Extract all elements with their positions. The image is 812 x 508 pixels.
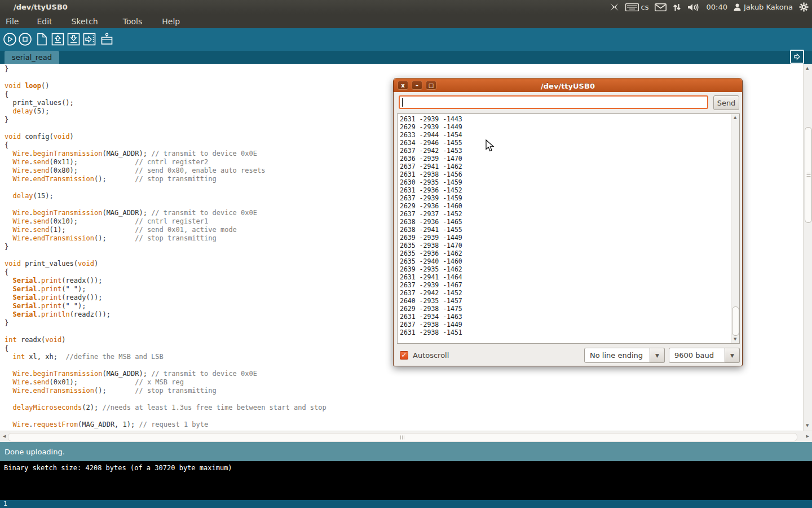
keyboard-layout-icon[interactable]: cs	[625, 3, 649, 11]
menu-tools[interactable]: Tools	[117, 15, 149, 28]
code-line: int readx(void)	[5, 336, 326, 344]
serial-line: 2635 -2936 -1462	[400, 249, 462, 257]
code-line: Wire.send(0x01); // x MSB reg	[5, 378, 326, 387]
send-button[interactable]: Send	[713, 95, 739, 110]
clock-label[interactable]: 00:40	[706, 3, 727, 11]
code-line	[5, 183, 326, 192]
code-line: int xl, xh; //define the MSB and LSB	[5, 353, 326, 361]
toolbar	[0, 28, 812, 51]
scroll-left-icon[interactable]: ◀	[3, 435, 6, 439]
window-title: /dev/ttyUSB0	[14, 3, 68, 11]
keyboard-layout-label: cs	[641, 3, 649, 11]
serial-line: 2631 -2939 -1443	[400, 115, 462, 123]
serial-line: 2631 -2938 -1456	[400, 170, 462, 178]
new-sketch-button[interactable]	[35, 32, 49, 46]
scroll-down-icon[interactable]: ▼	[806, 424, 809, 428]
serial-line: 2631 -2938 -1451	[400, 329, 462, 336]
verify-button[interactable]	[3, 32, 17, 46]
menu-edit[interactable]: Edit	[30, 15, 58, 28]
maximize-button[interactable]: □	[426, 81, 436, 90]
code-line: delay(5);	[5, 107, 326, 116]
line-ending-select[interactable]: No line ending ▼	[584, 348, 665, 363]
arrow-right-icon	[793, 53, 801, 60]
code-line: print_values();	[5, 99, 326, 107]
mouse-cursor	[486, 139, 495, 155]
serial-scroll-thumb[interactable]	[732, 306, 739, 336]
code-line: void print_values(void)	[5, 260, 326, 268]
save-sketch-button[interactable]	[67, 32, 81, 46]
code-line: Wire.beginTransmission(MAG_ADDR); // tra…	[5, 370, 326, 378]
line-ending-value: No line ending	[584, 348, 650, 363]
tab-serial-read[interactable]: serial_read	[5, 51, 59, 64]
serial-input-field[interactable]	[399, 95, 708, 109]
code-line	[5, 361, 326, 370]
open-sketch-button[interactable]	[51, 32, 65, 46]
serial-output-area[interactable]: 2631 -2939 -14432629 -2939 -14492633 -29…	[397, 113, 740, 344]
code-line: Wire.send(0x80); // send 0x80, enable au…	[5, 167, 326, 175]
editor-vertical-scrollbar[interactable]: ▲ ▼	[803, 64, 812, 431]
code-line: Wire.endTransmission(); // stop transmit…	[5, 175, 326, 183]
tab-strip: serial_read	[0, 51, 812, 64]
scroll-up-icon[interactable]: ▲	[806, 67, 809, 71]
serial-line: 2634 -2946 -1455	[400, 139, 462, 147]
serial-monitor-button[interactable]	[100, 32, 114, 46]
scroll-right-icon[interactable]: ▶	[806, 435, 809, 439]
code-line: delay(15);	[5, 192, 326, 200]
console-output: Binary sketch size: 4208 bytes (of a 307…	[4, 464, 232, 472]
tray-app-icon[interactable]	[610, 2, 619, 12]
tab-label: serial_read	[12, 53, 52, 62]
serial-line: 2629 -2938 -1475	[400, 305, 462, 313]
code-line: Wire.requestFrom(MAG_ADDR, 1); // reques…	[5, 421, 326, 429]
serial-line: 2633 -2944 -1454	[400, 131, 462, 139]
serial-monitor-window: /dev/ttyUSB0 x – □ Send 2631 -2939 -1443…	[393, 78, 743, 366]
serial-scroll-up-icon[interactable]: ▲	[734, 116, 736, 120]
serial-line: 2638 -2936 -1465	[400, 218, 462, 226]
code-line	[5, 73, 326, 82]
serial-line: 2637 -2941 -1462	[400, 163, 462, 170]
tab-menu-arrow-button[interactable]	[790, 50, 804, 64]
serial-scroll-down-icon[interactable]: ▼	[734, 338, 736, 341]
close-button[interactable]: x	[398, 81, 408, 90]
send-button-label: Send	[717, 99, 736, 107]
mail-icon[interactable]	[655, 3, 667, 11]
baud-rate-select[interactable]: 9600 baud ▼	[669, 348, 740, 363]
chevron-down-icon[interactable]: ▼	[725, 348, 740, 363]
code-line: Wire.send(0x11); // cntrl register2	[5, 158, 326, 167]
serial-line: 2637 -2942 -1452	[400, 289, 462, 297]
code-line: void config(void)	[5, 133, 326, 141]
code-text: } void loop(){ print_values(); delay(5);…	[5, 65, 326, 429]
user-indicator[interactable]: Jakub Kakona	[734, 3, 793, 11]
minimize-button[interactable]: –	[412, 81, 422, 90]
menu-sketch[interactable]: Sketch	[65, 15, 104, 28]
upload-button[interactable]	[82, 32, 96, 46]
volume-icon[interactable]	[687, 3, 700, 12]
code-line	[5, 327, 326, 336]
session-gear-icon[interactable]	[799, 2, 809, 12]
editor-hscroll-thumb[interactable]	[8, 433, 797, 441]
menu-help[interactable]: Help	[156, 15, 186, 28]
autoscroll-checkbox[interactable]: ✓	[400, 351, 408, 360]
serial-line: 2630 -2935 -1459	[400, 178, 462, 186]
editor-vscroll-thumb[interactable]	[805, 127, 812, 223]
serial-line: 2636 -2939 -1470	[400, 155, 462, 163]
network-updown-icon[interactable]	[673, 3, 681, 12]
chevron-down-icon[interactable]: ▼	[650, 348, 665, 363]
code-line	[5, 395, 326, 404]
serial-line: 2637 -2939 -1467	[400, 281, 462, 289]
editor-horizontal-scrollbar[interactable]: ◀ ▶	[0, 431, 812, 442]
serial-line: 2637 -2937 -1452	[400, 210, 462, 218]
serial-output-text: 2631 -2939 -14432629 -2939 -14492633 -29…	[400, 115, 462, 336]
code-line: {	[5, 268, 326, 277]
serial-monitor-titlebar[interactable]: /dev/ttyUSB0 x – □	[394, 78, 742, 92]
serial-scrollbar[interactable]: ▲ ▼	[731, 114, 739, 343]
serial-monitor-controls: ✓ Autoscroll No line ending ▼ 9600 baud …	[394, 348, 742, 367]
code-line	[5, 124, 326, 133]
code-line	[5, 200, 326, 209]
menu-file[interactable]: File	[0, 15, 25, 28]
menubar: File Edit Sketch Tools Help	[0, 14, 812, 28]
serial-line: 2639 -2939 -1449	[400, 234, 462, 242]
code-line: Wire.beginTransmission(MAG_ADDR); // tra…	[5, 150, 326, 158]
stop-button[interactable]	[18, 32, 32, 46]
code-line: Serial.print(ready());	[5, 294, 326, 302]
serial-line: 2629 -2936 -1460	[400, 202, 462, 210]
